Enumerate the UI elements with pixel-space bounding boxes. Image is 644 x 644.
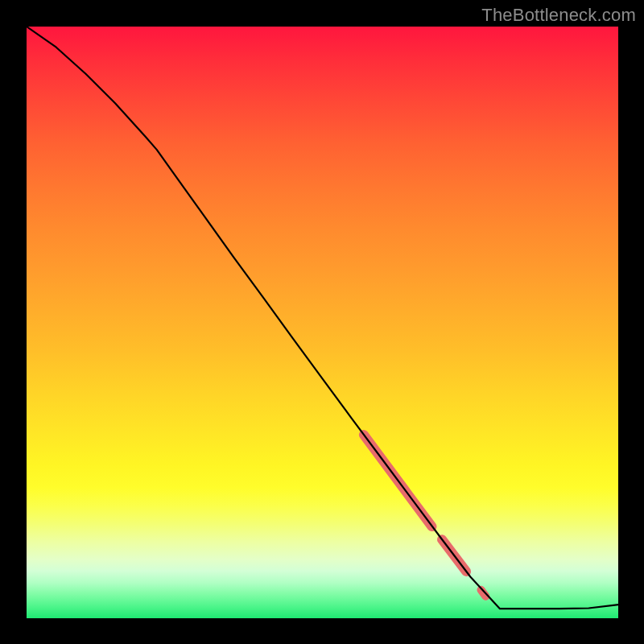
chart-overlay: [27, 27, 618, 618]
chart-container: TheBottleneck.com: [0, 0, 644, 644]
watermark-label: TheBottleneck.com: [481, 5, 636, 26]
chart-line: [27, 27, 618, 609]
